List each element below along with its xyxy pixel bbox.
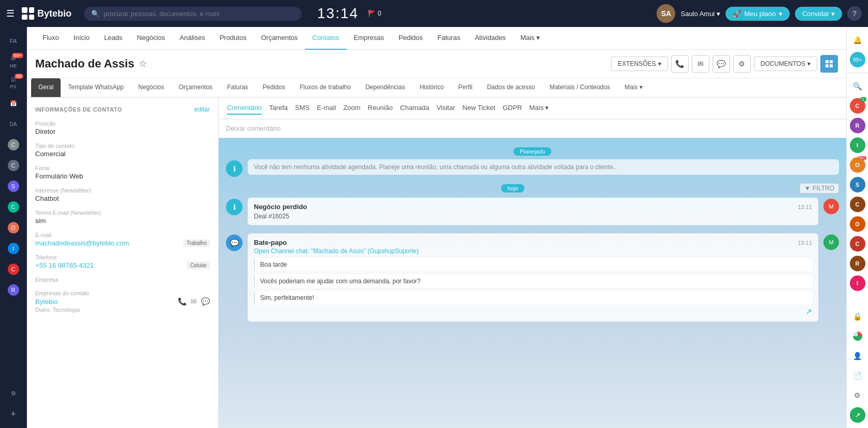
search-bar[interactable]: 🔍: [84, 7, 302, 21]
sidebar-item-settings[interactable]: ⚙: [3, 383, 24, 403]
comment-input[interactable]: [226, 125, 839, 132]
sidebar-item-me[interactable]: ✉ ME 99+: [3, 52, 24, 72]
tab-historico[interactable]: Histórico: [412, 78, 451, 97]
email-value[interactable]: machadodeassis@bytebio.com: [35, 239, 129, 247]
sidebar-item-calendar[interactable]: 📅: [3, 93, 24, 113]
right-avatar-9[interactable]: R: [849, 255, 866, 272]
settings-icon-button[interactable]: ⚙: [733, 55, 751, 73]
activity-tab-comentario[interactable]: Comentário: [227, 102, 262, 115]
sidebar-item-c4[interactable]: C: [3, 259, 24, 279]
sidebar-item-fa[interactable]: FA: [3, 31, 24, 51]
contact-info-panel: INFORMAÇÕES DE CONTATO editar Posição Di…: [27, 98, 219, 428]
hamburger-icon[interactable]: ☰: [6, 8, 15, 19]
nav-atividades[interactable]: Atividades: [467, 27, 513, 50]
sidebar-item-c2[interactable]: C: [3, 156, 24, 175]
right-lock-icon[interactable]: 🔒: [849, 308, 866, 325]
empresa-chat-icon[interactable]: 💬: [201, 297, 210, 306]
right-doc-icon[interactable]: 📄: [849, 367, 866, 384]
help-button[interactable]: ?: [847, 6, 862, 21]
sidebar-item-o[interactable]: O: [3, 218, 24, 238]
nav-fluxo[interactable]: Fluxo: [35, 27, 66, 50]
email-icon-button[interactable]: ✉: [692, 55, 709, 73]
grid-view-button[interactable]: [820, 55, 838, 73]
right-avatar-10[interactable]: I: [849, 274, 866, 292]
sidebar-item-da[interactable]: DA: [3, 114, 24, 134]
nav-contatos[interactable]: Contatos: [305, 27, 347, 50]
right-avatar-7[interactable]: O: [849, 215, 866, 233]
nav-inicio[interactable]: Início: [66, 27, 97, 50]
tab-dependencias[interactable]: Dependências: [358, 78, 412, 97]
right-avatar-3[interactable]: I: [849, 136, 866, 154]
sidebar-item-i[interactable]: I: [3, 239, 24, 258]
sidebar-item-s[interactable]: S: [3, 176, 24, 196]
tab-orcamentos[interactable]: Orçamentos: [172, 78, 220, 97]
nav-pedidos[interactable]: Pedidos: [391, 27, 430, 50]
right-avatar-1[interactable]: C 1: [849, 97, 866, 115]
tab-fluxos[interactable]: Fluxos de trabalho: [292, 78, 358, 97]
edit-link[interactable]: editar: [194, 106, 210, 113]
main-content: Fluxo Início Leads Negócios Análises Pro…: [27, 27, 846, 428]
right-badge-icon[interactable]: 99+: [849, 51, 866, 68]
meu-plano-button[interactable]: 🚀 Meu plano ▾: [725, 7, 790, 21]
nav-analises[interactable]: Análises: [173, 27, 212, 50]
chat-icon-button[interactable]: 💬: [713, 55, 730, 73]
nav-orcamentos[interactable]: Orçamentos: [254, 27, 305, 50]
right-green-circle[interactable]: ↗: [849, 406, 866, 424]
right-avatar-8[interactable]: C: [849, 235, 866, 253]
sidebar-item-add[interactable]: +: [3, 404, 24, 424]
sidebar-item-c1[interactable]: C: [3, 135, 24, 155]
right-avatar-4[interactable]: O 99+: [849, 156, 866, 174]
sidebar-item-c3[interactable]: C: [3, 197, 24, 217]
field-empresa: Empresa: [35, 277, 210, 283]
convidar-button[interactable]: Convidar ▾: [795, 7, 842, 21]
activity-tab-chamada[interactable]: Chamada: [400, 102, 429, 115]
search-input[interactable]: [104, 10, 294, 18]
nav-negocios[interactable]: Negócios: [130, 27, 172, 50]
user-name[interactable]: Saulo Amui ▾: [680, 10, 720, 18]
right-avatar-6[interactable]: C: [849, 196, 866, 213]
activity-tab-new-ticket[interactable]: New Ticket: [462, 102, 495, 115]
extensoes-button[interactable]: EXTENSÕES ▾: [611, 57, 667, 71]
empresa-phone-icon[interactable]: 📞: [178, 297, 187, 306]
empresa-value[interactable]: Bytebio: [35, 298, 58, 306]
activity-tab-sms[interactable]: SMS: [295, 102, 309, 115]
activity-tab-reuniao[interactable]: Reunião: [368, 102, 393, 115]
nav-mais[interactable]: Mais ▾: [513, 27, 547, 50]
phone-value[interactable]: +55 16 98765-4321: [35, 261, 94, 269]
nav-produtos[interactable]: Produtos: [212, 27, 254, 50]
right-pie-icon[interactable]: [849, 327, 866, 345]
tab-geral[interactable]: Geral: [31, 78, 61, 97]
right-notifications-icon[interactable]: 🔔: [849, 31, 866, 49]
activity-tab-email[interactable]: E-mail: [317, 102, 336, 115]
comment-input-row[interactable]: [219, 119, 846, 138]
chat-link[interactable]: Open Channel chat: "Machado de Assis" (G…: [254, 247, 812, 255]
empresa-email-icon[interactable]: ✉: [191, 297, 197, 306]
phone-icon-button[interactable]: 📞: [671, 55, 689, 73]
sidebar-item-r[interactable]: R: [3, 280, 24, 300]
activity-tab-visitar[interactable]: Visitar: [436, 102, 455, 115]
nav-leads[interactable]: Leads: [97, 27, 130, 50]
tab-dados-acesso[interactable]: Dados de acesso: [480, 78, 543, 97]
star-icon[interactable]: ☆: [138, 58, 147, 70]
right-search-icon[interactable]: 🔍: [849, 77, 866, 95]
nav-empresas[interactable]: Empresas: [347, 27, 392, 50]
right-avatar-5[interactable]: S: [849, 176, 866, 194]
activity-tab-zoom[interactable]: Zoom: [343, 102, 360, 115]
right-avatar-2[interactable]: R: [849, 117, 866, 134]
tab-pedidos[interactable]: Pedidos: [255, 78, 292, 97]
documentos-button[interactable]: DOCUMENTOS ▾: [754, 57, 817, 71]
activity-tab-tarefa[interactable]: Tarefa: [269, 102, 288, 115]
tab-negocios[interactable]: Negócios: [131, 78, 172, 97]
tab-perfil[interactable]: Perfil: [451, 78, 479, 97]
right-settings-icon[interactable]: ⚙: [849, 386, 866, 404]
sidebar-item-ps[interactable]: ☑ PS 89: [3, 73, 24, 92]
tab-faturas[interactable]: Faturas: [220, 78, 255, 97]
tab-materiais[interactable]: Materiais / Conteúdos: [542, 78, 617, 97]
tab-mais[interactable]: Mais ▾: [617, 78, 650, 97]
right-person-icon[interactable]: 👤: [849, 347, 866, 365]
filter-button[interactable]: ▼ FILTRO: [800, 183, 839, 194]
activity-tab-gdpr[interactable]: GDPR: [503, 102, 522, 115]
nav-faturas[interactable]: Faturas: [430, 27, 467, 50]
activity-tab-mais[interactable]: Mais ▾: [529, 102, 549, 115]
tab-template-whatsapp[interactable]: Template WhatsApp: [61, 78, 131, 97]
